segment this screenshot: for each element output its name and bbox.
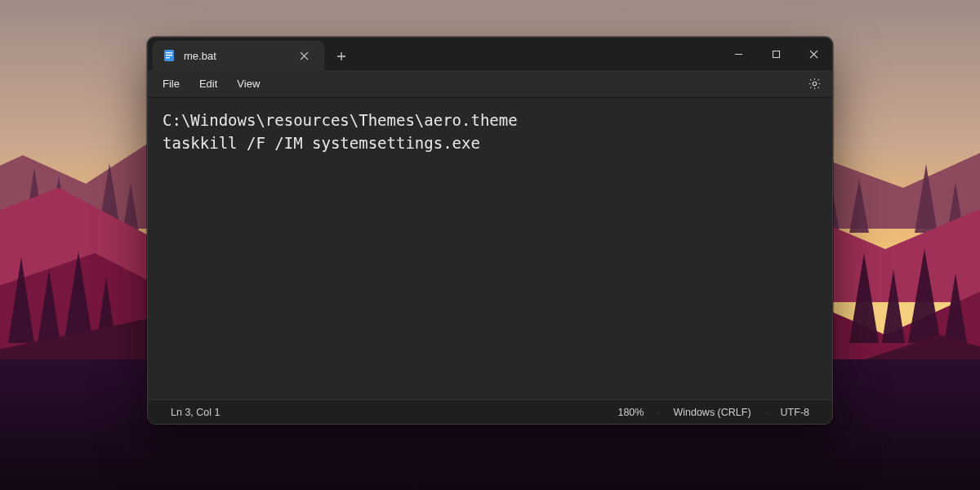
tab-active[interactable]: me.bat [153,41,324,70]
status-encoding[interactable]: UTF-8 [766,407,824,418]
settings-button[interactable] [801,73,827,96]
status-zoom[interactable]: 180% [603,407,658,418]
svg-rect-23 [166,57,170,58]
close-button[interactable] [795,38,832,70]
menu-view[interactable]: View [227,74,270,94]
notepad-file-icon [163,49,176,62]
status-cursor-position[interactable]: Ln 3, Col 1 [156,407,234,418]
gear-icon [808,77,822,91]
new-tab-button[interactable] [327,42,355,70]
maximize-button[interactable] [757,38,795,70]
svg-rect-21 [166,52,172,53]
svg-rect-24 [773,51,779,57]
minimize-button[interactable] [719,38,757,70]
svg-point-25 [813,82,817,86]
window-control-group [719,38,832,70]
notepad-window: me.bat File Edit View [147,37,833,425]
svg-rect-22 [166,55,172,56]
titlebar[interactable]: me.bat [148,38,832,70]
menu-edit[interactable]: Edit [189,74,227,94]
tab-title: me.bat [184,50,216,62]
menu-file[interactable]: File [153,74,189,94]
menubar: File Edit View [148,70,832,98]
status-line-ending[interactable]: Windows (CRLF) [658,407,765,418]
tab-close-button[interactable] [295,47,313,65]
text-editor[interactable]: C:\Windows\resources\Themes\aero.theme t… [148,98,832,399]
statusbar: Ln 3, Col 1 180% Windows (CRLF) UTF-8 [148,399,832,424]
